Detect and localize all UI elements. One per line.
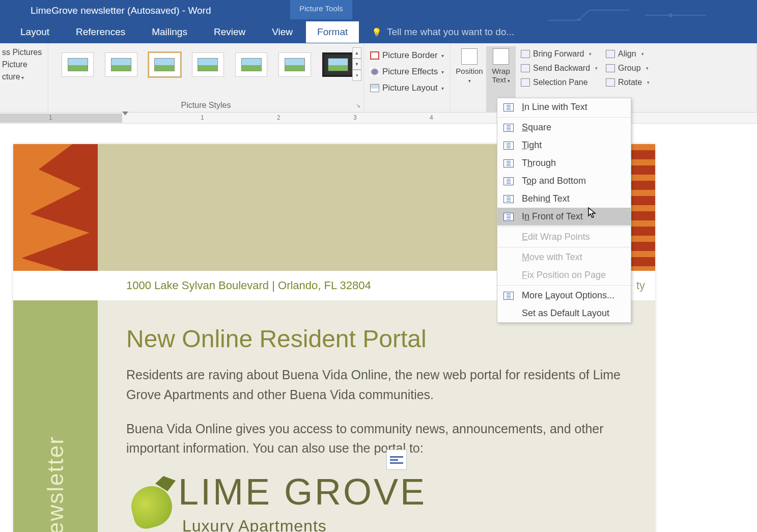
radio-icon (503, 271, 514, 279)
title-bar: LimeGrove newsletter (Autosaved) - Word … (0, 0, 757, 21)
dropdown-separator (497, 247, 631, 247)
wrap-behind-text[interactable]: Behind Text (497, 190, 631, 208)
wrap-in-front-of-text[interactable]: In Front of Text (497, 208, 631, 226)
rotate-button[interactable]: Rotate (603, 76, 653, 89)
sidebar-newsletter: ewsletter (13, 300, 98, 532)
style-thumb-1[interactable] (62, 52, 94, 77)
sidebar-text: ewsletter (43, 436, 68, 532)
rotate-icon (606, 78, 615, 87)
styles-group-label: Picture Styles (48, 101, 363, 110)
dropdown-separator (497, 285, 631, 286)
position-button[interactable]: Position (455, 46, 484, 112)
style-thumb-3-selected[interactable] (149, 52, 181, 77)
header-mid (98, 144, 528, 271)
dropdown-separator (497, 227, 631, 227)
bring-forward-button[interactable]: Bring Forward (518, 47, 601, 61)
tab-references[interactable]: References (76, 21, 125, 43)
horizontal-ruler[interactable]: 1 1 2 3 4 (0, 113, 757, 124)
selection-pane-icon (521, 78, 530, 87)
border-icon (370, 51, 379, 60)
tab-format[interactable]: Format (306, 21, 359, 43)
header-left-pattern (13, 144, 98, 271)
picture-styles-group: ▲ ▼ ▾ Picture Styles ↘ (48, 43, 364, 112)
gallery-scroll: ▲ ▼ ▾ (352, 47, 361, 81)
more-layout-icon (503, 292, 514, 300)
wrap-inline[interactable]: In Line with Text (497, 98, 631, 116)
send-backward-button[interactable]: Send Backward (518, 62, 601, 75)
style-thumb-7[interactable] (322, 52, 354, 77)
ribbon: ss Pictures Picture cture ▲ ▼ ▾ Picture … (0, 43, 757, 113)
tab-layout[interactable]: Layout (20, 21, 49, 43)
header-right-pattern (631, 144, 655, 271)
window-title: LimeGrove newsletter (Autosaved) - Word (31, 5, 211, 16)
document-area[interactable]: 1000 Lake Sylvan Boulevard | Orlando, FL… (0, 124, 757, 532)
blank-icon (503, 310, 514, 318)
adjust-group: ss Pictures Picture cture (0, 43, 48, 112)
radio-icon (503, 254, 514, 262)
reset-picture[interactable]: cture (0, 71, 44, 83)
tell-me-placeholder: Tell me what you want to do... (387, 26, 514, 38)
group-button[interactable]: Group (603, 62, 653, 75)
wrap-inline-icon (503, 103, 514, 111)
layout-icon (370, 84, 379, 92)
wrap-editpoints-icon (503, 233, 514, 241)
picture-border-button[interactable]: Picture Border (368, 47, 446, 64)
lightbulb-icon: 💡 (372, 27, 382, 37)
wrap-tight[interactable]: Tight (497, 136, 631, 154)
wrap-more-layout-options[interactable]: More Layout Options... (497, 287, 631, 304)
wrap-top-bottom[interactable]: Top and Bottom (497, 172, 631, 190)
group-icon (606, 64, 615, 72)
align-icon (606, 50, 615, 58)
styles-dialog-launcher[interactable]: ↘ (356, 102, 360, 109)
content-band: ewsletter New Online Resident Portal Res… (13, 300, 655, 532)
svg-point-1 (668, 13, 672, 17)
wrap-square-icon (503, 124, 514, 132)
style-thumb-2[interactable] (105, 52, 137, 77)
layout-options-float-button[interactable] (386, 450, 407, 470)
wrap-move-with-text: Move with Text (497, 248, 631, 266)
wrap-square[interactable]: Square (497, 119, 631, 136)
wrap-through[interactable]: Through (497, 154, 631, 172)
ribbon-tabs: Layout References Mailings Review View F… (0, 21, 757, 43)
wrap-text-dropdown: In Line with Text Square Tight Through T… (497, 98, 631, 323)
picture-layout-button[interactable]: Picture Layout (368, 80, 446, 96)
compress-pictures[interactable]: ss Pictures (0, 46, 44, 59)
address-text: 1000 Lake Sylvan Boulevard | Orlando, FL… (126, 279, 371, 292)
change-picture[interactable]: Picture (0, 59, 44, 71)
wrap-fix-position: Fix Position on Page (497, 266, 631, 284)
picture-tools-context-tab[interactable]: Picture Tools (290, 0, 352, 19)
style-thumb-5[interactable] (235, 52, 267, 77)
tab-view[interactable]: View (272, 21, 293, 43)
gallery-more[interactable]: ▾ (352, 70, 361, 81)
styles-gallery (52, 46, 359, 77)
style-thumb-4[interactable] (192, 52, 224, 77)
wrap-topbottom-icon (503, 177, 514, 185)
tab-mailings[interactable]: Mailings (152, 21, 187, 43)
wrap-set-default[interactable]: Set as Default Layout (497, 304, 631, 322)
tab-review[interactable]: Review (214, 21, 245, 43)
wrap-through-icon (503, 159, 514, 167)
article-para-1: Residents are raving about Buena Vida On… (126, 365, 627, 405)
wrap-tight-icon (503, 142, 514, 150)
align-button[interactable]: Align (603, 47, 653, 61)
article-para-2: Buena Vida Online gives you access to co… (126, 419, 627, 459)
ruler-margin-left (0, 114, 122, 123)
selection-pane-button[interactable]: Selection Pane (518, 76, 601, 89)
gallery-scroll-down[interactable]: ▼ (352, 59, 361, 70)
effects-icon (370, 68, 379, 76)
tell-me-search[interactable]: 💡 Tell me what you want to do... (372, 26, 514, 38)
article-heading: New Online Resident Portal (126, 325, 627, 353)
indent-marker[interactable] (122, 111, 128, 116)
dropdown-separator (497, 117, 631, 118)
bring-forward-icon (521, 50, 530, 58)
position-icon (461, 48, 478, 65)
address-right-partial: ty (636, 279, 655, 292)
main-content[interactable]: New Online Resident Portal Residents are… (98, 300, 655, 532)
wrap-edit-points: Edit Wrap Points (497, 228, 631, 246)
picture-effects-button[interactable]: Picture Effects (368, 64, 446, 80)
picture-fx-group: Picture Border Picture Effects Picture L… (364, 43, 451, 112)
wrap-text-icon (493, 48, 509, 65)
style-thumb-6[interactable] (278, 52, 311, 77)
gallery-scroll-up[interactable]: ▲ (352, 47, 361, 59)
wrap-behind-icon (503, 195, 514, 203)
